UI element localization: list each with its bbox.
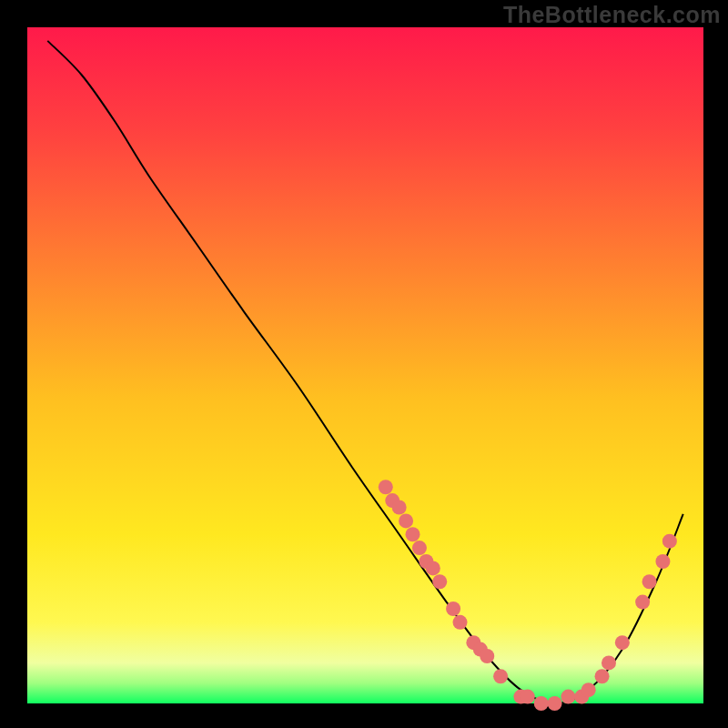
watermark-text: TheBottleneck.com	[503, 2, 721, 28]
data-point	[548, 696, 562, 711]
data-point	[642, 574, 657, 589]
data-point	[453, 615, 468, 630]
data-point	[412, 541, 427, 555]
data-point	[595, 669, 610, 683]
data-point	[432, 574, 447, 589]
chart-svg	[0, 0, 728, 728]
data-point	[446, 602, 460, 616]
data-point	[493, 669, 508, 683]
data-point	[480, 649, 494, 663]
data-point	[399, 513, 413, 528]
data-point	[534, 696, 549, 711]
data-point	[521, 690, 535, 704]
data-point	[635, 595, 650, 610]
data-point	[581, 682, 596, 697]
data-point	[379, 480, 393, 494]
data-point	[392, 500, 407, 515]
data-point	[561, 690, 575, 704]
data-point	[655, 554, 670, 569]
data-point	[406, 527, 420, 541]
data-point	[426, 561, 440, 575]
data-point	[662, 534, 677, 549]
chart-container: TheBottleneck.com	[0, 0, 728, 728]
data-point	[615, 635, 630, 650]
plot-background	[27, 27, 703, 703]
data-point	[602, 655, 616, 670]
